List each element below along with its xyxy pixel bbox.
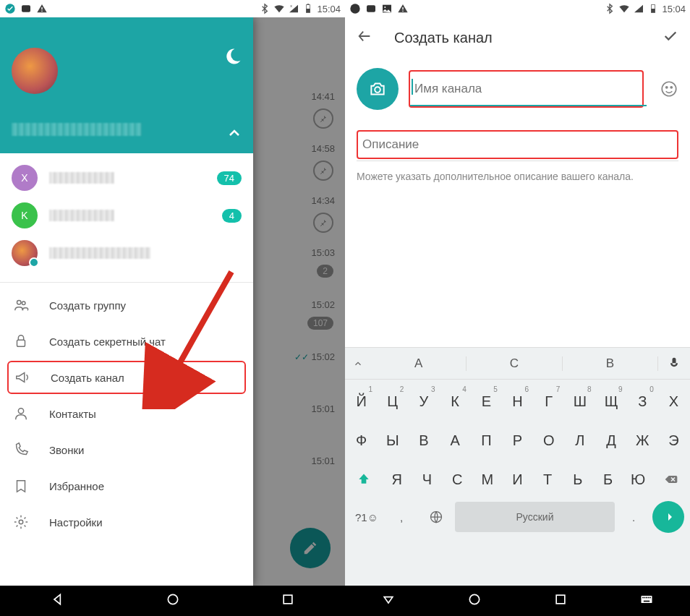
input-underline: [410, 105, 647, 106]
account-name: [49, 172, 114, 184]
key-Ы[interactable]: Ы: [378, 423, 407, 458]
channel-name-input[interactable]: [414, 74, 638, 103]
language-key[interactable]: [420, 502, 452, 532]
suggestion[interactable]: С: [467, 356, 562, 371]
menu-saved-messages[interactable]: Избранное: [0, 468, 253, 504]
svg-point-15: [19, 520, 23, 524]
menu-label: Контакты: [49, 408, 96, 420]
collapse-suggestions[interactable]: [345, 359, 371, 369]
key-Ц[interactable]: Ц2: [378, 384, 407, 419]
key-Т[interactable]: Т: [533, 462, 562, 497]
phone-icon: [13, 442, 29, 458]
menu-create-channel[interactable]: Создать канал: [7, 361, 246, 394]
key-Й[interactable]: Й1: [346, 384, 376, 419]
account-avatar: K: [12, 202, 38, 228]
suggestion[interactable]: А: [371, 356, 467, 371]
key-М[interactable]: М: [473, 462, 502, 497]
key-Р[interactable]: Р: [503, 423, 532, 458]
unread-badge: 74: [217, 171, 242, 185]
account-expand-toggle[interactable]: [226, 124, 243, 145]
key-Н[interactable]: Н6: [503, 384, 532, 419]
back-button[interactable]: [357, 28, 372, 47]
svg-point-21: [384, 7, 386, 8]
svg-rect-33: [642, 596, 652, 603]
create-channel-toolbar: Создать канал: [345, 17, 690, 58]
backspace-key[interactable]: [654, 462, 689, 497]
night-mode-toggle[interactable]: [223, 46, 243, 69]
key-Г[interactable]: Г7: [534, 384, 563, 419]
svg-rect-37: [648, 597, 649, 599]
menu-settings[interactable]: Настройки: [0, 504, 253, 540]
channel-description-input[interactable]: [361, 132, 674, 158]
key-Ш[interactable]: Ш8: [565, 384, 595, 419]
megaphone-icon: [14, 369, 30, 385]
key-Щ[interactable]: Щ9: [596, 384, 626, 419]
key-О[interactable]: О: [534, 423, 563, 458]
voice-input[interactable]: [658, 356, 690, 371]
key-Л[interactable]: Л: [565, 423, 595, 458]
enter-key[interactable]: [652, 501, 684, 533]
gear-icon: [13, 514, 29, 530]
svg-rect-13: [17, 340, 25, 346]
nav-keyboard[interactable]: [639, 592, 654, 609]
emoji-button[interactable]: [660, 80, 678, 98]
suggestion[interactable]: В: [563, 356, 658, 371]
account-row[interactable]: [0, 234, 253, 272]
confirm-button[interactable]: [663, 28, 678, 47]
menu-label: Избранное: [49, 480, 104, 492]
channel-name-field[interactable]: [409, 70, 644, 108]
key-З[interactable]: З0: [628, 384, 657, 419]
emoji-icon: [660, 80, 678, 98]
svg-rect-22: [402, 7, 403, 9]
key-Ю[interactable]: Ю: [623, 462, 652, 497]
nav-recent[interactable]: [281, 592, 295, 609]
key-С[interactable]: С: [443, 462, 472, 497]
menu-label: Настройки: [49, 516, 103, 529]
menu-label: Создать канал: [51, 372, 124, 384]
key-У[interactable]: У3: [409, 384, 438, 419]
key-П[interactable]: П: [472, 423, 501, 458]
key-Х[interactable]: Х: [659, 384, 689, 419]
key-И[interactable]: И: [503, 462, 532, 497]
comma-key[interactable]: ,: [386, 502, 417, 532]
svg-rect-7: [307, 4, 310, 4]
navigation-drawer: X 74 K 4 Создать группу: [0, 17, 253, 586]
key-Ж[interactable]: Ж: [628, 423, 657, 458]
account-row[interactable]: X 74: [0, 159, 253, 197]
key-В[interactable]: В: [409, 423, 438, 458]
svg-rect-38: [650, 597, 652, 599]
space-key[interactable]: Русский: [455, 502, 615, 532]
bluetooth-icon: [259, 3, 271, 14]
menu-create-secret-chat[interactable]: Создать секретный чат: [0, 323, 253, 359]
key-Д[interactable]: Д: [596, 423, 626, 458]
symbols-key[interactable]: ?1☺: [351, 502, 383, 532]
profile-avatar[interactable]: [12, 48, 58, 94]
svg-rect-25: [652, 9, 655, 12]
key-К[interactable]: К4: [440, 384, 470, 419]
menu-contacts[interactable]: Контакты: [0, 395, 253, 432]
menu-calls[interactable]: Звонки: [0, 432, 253, 468]
nav-home[interactable]: [166, 592, 180, 609]
period-key[interactable]: .: [618, 502, 649, 532]
key-Ф[interactable]: Ф: [346, 423, 376, 458]
key-Е[interactable]: Е5: [472, 384, 501, 419]
description-hint: Можете указать дополнительное описание в…: [357, 170, 678, 184]
nav-back[interactable]: [381, 592, 396, 609]
menu-create-group[interactable]: Создать группу: [0, 287, 253, 323]
key-А[interactable]: А: [440, 423, 470, 458]
menu-label: Создать группу: [49, 299, 126, 312]
profile-name: [12, 123, 142, 136]
contact-icon: [13, 406, 29, 422]
nav-home[interactable]: [467, 592, 482, 609]
nav-back[interactable]: [51, 592, 65, 609]
shift-key[interactable]: [346, 462, 381, 497]
key-Э[interactable]: Э: [659, 423, 689, 458]
key-Я[interactable]: Я: [383, 462, 412, 497]
channel-photo-button[interactable]: [357, 68, 399, 110]
key-Б[interactable]: Б: [594, 462, 623, 497]
key-Ь[interactable]: Ь: [563, 462, 592, 497]
account-row[interactable]: K 4: [0, 197, 253, 234]
svg-point-18: [350, 4, 359, 13]
nav-recent[interactable]: [553, 592, 568, 609]
key-Ч[interactable]: Ч: [413, 462, 442, 497]
